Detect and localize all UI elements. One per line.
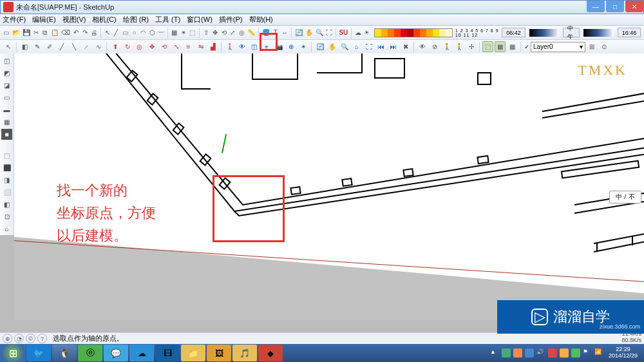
- tray-qq-icon[interactable]: [560, 348, 569, 357]
- edge2-icon[interactable]: ╲: [68, 41, 79, 52]
- section-icon[interactable]: ◫: [249, 41, 260, 52]
- view-cube[interactable]: 中 ﾉ 不: [609, 191, 641, 204]
- line-icon[interactable]: ╱: [112, 27, 120, 38]
- task-cloud-icon[interactable]: ☁: [129, 345, 154, 361]
- vbtn-12-icon[interactable]: ◧: [1, 199, 12, 210]
- task-chat-icon[interactable]: 💬: [104, 345, 128, 361]
- task-music-icon[interactable]: 🎵: [232, 345, 257, 361]
- zoomext2-icon[interactable]: ⛶: [363, 41, 374, 52]
- axes-icon[interactable]: ✶: [298, 41, 308, 52]
- copy-icon[interactable]: ⧉: [41, 27, 49, 38]
- tray-up-icon[interactable]: ▲: [490, 348, 499, 357]
- task-qq-icon[interactable]: 🐧: [52, 345, 77, 361]
- layer-dropdown[interactable]: Layer0▾: [531, 42, 585, 52]
- vbtn-14-icon[interactable]: ⌂: [1, 224, 12, 234]
- marker-icon[interactable]: ✐: [44, 41, 55, 52]
- task-sketchup-icon[interactable]: ◆: [258, 345, 283, 361]
- arc-icon[interactable]: ◠: [139, 27, 147, 38]
- vbtn-7-icon[interactable]: ■: [1, 129, 12, 140]
- tray-wifi-icon[interactable]: 📶: [594, 348, 603, 357]
- zoom-icon[interactable]: 🔍: [315, 27, 324, 38]
- tray-360-icon[interactable]: [571, 348, 580, 357]
- status-credit-icon[interactable]: ©: [26, 334, 35, 343]
- menu-plugins[interactable]: 插件(P): [219, 15, 243, 24]
- moveaxis-icon[interactable]: ✥: [146, 41, 157, 52]
- rotate-icon[interactable]: ⟲: [220, 27, 228, 38]
- align-icon[interactable]: ≡: [183, 41, 194, 52]
- menu-window[interactable]: 窗口(W): [187, 15, 213, 24]
- task-kugou-icon[interactable]: 🐦: [26, 345, 51, 361]
- vbtn-3-icon[interactable]: ◪: [1, 80, 12, 91]
- tape-icon[interactable]: 📏: [247, 27, 256, 38]
- offset-icon[interactable]: ◎: [238, 27, 245, 38]
- vbtn-4-icon[interactable]: ▭: [1, 92, 12, 103]
- walk3-icon[interactable]: 🚶: [453, 41, 464, 52]
- menu-view[interactable]: 视图(V): [62, 15, 86, 24]
- dimension-icon[interactable]: ↔: [281, 27, 289, 38]
- tray-net-icon[interactable]: [502, 348, 511, 357]
- orbit2-icon[interactable]: 🔄: [314, 41, 325, 52]
- task-browser-icon[interactable]: ⓔ: [78, 345, 102, 361]
- shadow-icon[interactable]: ☁: [354, 27, 362, 38]
- print-icon[interactable]: 🖨: [90, 27, 98, 38]
- curve-icon[interactable]: ∿: [93, 41, 104, 52]
- tray-ime-icon[interactable]: [548, 348, 557, 357]
- vbtn-11-icon[interactable]: ⬜: [1, 187, 12, 198]
- group-icon[interactable]: ⬚: [189, 27, 196, 38]
- save-icon[interactable]: 💾: [22, 27, 31, 38]
- look-icon[interactable]: 👁: [236, 41, 247, 52]
- status-help-icon[interactable]: ?: [37, 334, 47, 343]
- orbit-icon[interactable]: 🔄: [294, 27, 303, 38]
- freehand-icon[interactable]: 〰: [157, 27, 165, 38]
- hide-icon[interactable]: ⊘: [429, 41, 440, 52]
- taskbar-clock[interactable]: 22:29 2014/12/29: [605, 347, 641, 359]
- vbtn-6-icon[interactable]: ▦: [1, 117, 12, 128]
- close-button[interactable]: ✕: [625, 1, 643, 12]
- iso-icon[interactable]: ⬚: [482, 41, 493, 52]
- redo-icon[interactable]: ↷: [81, 27, 89, 38]
- rect-icon[interactable]: ▭: [121, 27, 129, 38]
- rotate2-icon[interactable]: ⟲: [158, 41, 169, 52]
- vbtn-1-icon[interactable]: ◫: [1, 55, 12, 66]
- pushpull-icon[interactable]: ⇧: [202, 27, 210, 38]
- sun-icon[interactable]: ☀: [363, 27, 371, 38]
- zoomext-icon[interactable]: ⛶: [325, 27, 333, 38]
- time-gradient-2[interactable]: [583, 29, 613, 37]
- pan2-icon[interactable]: ✋: [327, 41, 337, 52]
- target2-icon[interactable]: ✢: [466, 41, 477, 52]
- pencil-icon[interactable]: ✎: [32, 41, 43, 52]
- erase-icon[interactable]: ⌫: [61, 27, 71, 38]
- paste-icon[interactable]: 📋: [50, 27, 59, 38]
- pan-icon[interactable]: ✋: [305, 27, 314, 38]
- vbtn-10-icon[interactable]: ◨: [1, 175, 12, 186]
- vbtn-2-icon[interactable]: ◩: [1, 68, 12, 79]
- cut-icon[interactable]: ✂: [32, 27, 40, 38]
- su-icon[interactable]: SU: [338, 27, 348, 38]
- tray-flag-icon[interactable]: ⚑: [583, 348, 592, 357]
- menu-camera[interactable]: 相机(C): [92, 15, 116, 24]
- task-explorer-icon[interactable]: 📁: [181, 345, 205, 361]
- minimize-button[interactable]: —: [587, 1, 605, 12]
- move-icon[interactable]: ✥: [211, 27, 219, 38]
- tray-shield-icon[interactable]: [525, 348, 534, 357]
- task-image-icon[interactable]: 🖼: [207, 345, 231, 361]
- target-icon[interactable]: ⊕: [285, 41, 296, 52]
- menu-edit[interactable]: 编辑(E): [32, 15, 56, 24]
- vbtn-8-icon[interactable]: ⬚: [1, 150, 12, 161]
- vbtn-5-icon[interactable]: ▬: [1, 104, 12, 115]
- menu-file[interactable]: 文件(F): [3, 15, 26, 24]
- show-icon[interactable]: 👁: [417, 41, 428, 52]
- status-user-icon[interactable]: ◔: [14, 334, 24, 343]
- tray-vol-icon[interactable]: 🔊: [536, 348, 545, 357]
- pointer-icon[interactable]: ↖: [3, 41, 14, 52]
- mirror-icon[interactable]: ▟: [207, 41, 218, 52]
- month-colorbar[interactable]: [374, 28, 453, 37]
- offset2-icon[interactable]: ◎: [134, 41, 145, 52]
- menu-draw[interactable]: 绘图 (R): [123, 15, 149, 24]
- polygon-icon[interactable]: ⬡: [148, 27, 156, 38]
- start-button[interactable]: ⊞: [0, 344, 26, 362]
- walk2-icon[interactable]: 🚶: [441, 41, 452, 52]
- task-video-icon[interactable]: 🎞: [155, 345, 180, 361]
- walk-icon[interactable]: 🚶: [224, 41, 235, 52]
- vbtn-9-icon[interactable]: ⬛: [1, 162, 12, 173]
